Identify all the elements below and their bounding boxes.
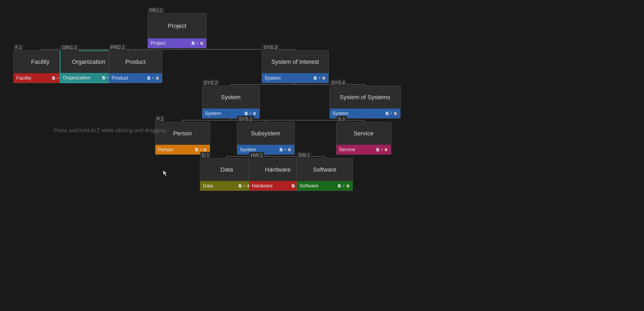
- node-s-1[interactable]: S.1ServiceService📄 ✔ 📋: [336, 122, 391, 155]
- node-footer-label: Service: [339, 147, 374, 153]
- node-footer: System📄 ✔ 📋: [237, 145, 294, 154]
- node-prd-1[interactable]: PRD.1ProductProduct📄 ✔ 📋: [109, 50, 162, 83]
- node-id-badge: ORG.1: [60, 45, 79, 51]
- node-p-1[interactable]: P.1PersonPerson📄 ✔ 📋: [155, 122, 210, 155]
- node-id-badge: HW.1: [249, 152, 264, 159]
- node-title: Product: [109, 51, 162, 73]
- node-footer-icons: 📄 ✔ 📋: [337, 184, 350, 188]
- node-sys-1[interactable]: SYS.1SubsystemSystem📄 ✔ 📋: [237, 122, 295, 155]
- node-footer-icons: 📄 ✔ 📋: [147, 76, 159, 80]
- node-id-badge: F.1: [14, 44, 23, 51]
- node-footer-label: System: [205, 111, 243, 116]
- node-sys-3[interactable]: SYS.3System of InterestSystem📄 ✔ 📋: [262, 50, 329, 83]
- node-id-badge: PRD.1: [109, 44, 126, 51]
- node-footer-icons: 📄 ✔ 📋: [385, 112, 398, 115]
- node-id-badge: S.1: [336, 116, 347, 123]
- node-id-badge: SYS.2: [202, 80, 219, 86]
- node-d-1[interactable]: D.1DataData📄 ✔ 📋: [200, 158, 254, 191]
- node-footer-label: Data: [203, 183, 236, 189]
- node-footer-label: System: [332, 111, 383, 116]
- node-title: Organization: [60, 51, 117, 73]
- node-footer-icons: 📄 ✔ 📋: [313, 76, 326, 80]
- node-title: Project: [148, 14, 206, 38]
- node-footer-label: Project: [151, 40, 189, 46]
- node-id-badge: SYS.1: [237, 116, 254, 123]
- node-footer-label: System: [265, 75, 312, 81]
- diagram-canvas[interactable]: PRJ.1ProjectProject📄 ✔ 📋F.1FacilityFacil…: [0, 0, 644, 311]
- node-footer: System📄 ✔ 📋: [262, 73, 328, 83]
- node-footer-icons: 📄 ✔ 📋: [191, 41, 204, 45]
- node-footer: Data📄 ✔ 📋: [200, 181, 253, 191]
- node-footer-icons: 📄 ✔ 📋: [195, 148, 207, 151]
- node-title: Service: [336, 122, 391, 145]
- node-title: Software: [297, 158, 353, 181]
- node-footer: Project📄 ✔ 📋: [148, 38, 206, 48]
- node-footer-label: Organization: [63, 75, 100, 81]
- node-footer-label: Software: [299, 183, 336, 189]
- node-title: System of Systems: [330, 86, 400, 109]
- node-sys-4[interactable]: SYS.4System of SystemsSystem📄 ✔ 📋: [330, 86, 401, 119]
- node-sys-2[interactable]: SYS.2SystemSystem📄 ✔ 📋: [202, 86, 260, 119]
- node-title: System of Interest: [262, 51, 328, 73]
- node-footer-label: Facility: [16, 75, 50, 81]
- node-footer-icons: 📄 ✔ 📋: [244, 112, 257, 115]
- node-footer-icons: 📄 ✔ 📋: [376, 148, 388, 151]
- node-title: Person: [155, 122, 210, 145]
- node-footer: Product📄 ✔ 📋: [109, 73, 162, 83]
- node-title: Subsystem: [237, 122, 294, 145]
- node-id-badge: P.1: [155, 116, 165, 123]
- node-id-badge: SW.1: [297, 152, 312, 159]
- node-id-badge: PRJ.1: [148, 7, 164, 14]
- node-footer: Facility📄 ✔ 📋: [14, 73, 67, 83]
- node-footer: Service📄 ✔ 📋: [336, 145, 391, 154]
- node-title: Data: [200, 158, 253, 181]
- node-footer-label: Person: [158, 147, 193, 153]
- node-footer-icons: 📄 ✔ 📋: [279, 148, 292, 151]
- node-id-badge: SYS.4: [330, 80, 347, 86]
- mouse-cursor: [163, 170, 167, 176]
- node-title: Facility: [14, 51, 67, 73]
- node-id-badge: D.1: [200, 152, 211, 159]
- hint-text: Press and hold ALT while clicking and dr…: [54, 127, 167, 134]
- node-footer-label: System: [240, 147, 277, 153]
- node-sw-1[interactable]: SW.1SoftwareSoftware📄 ✔ 📋: [297, 158, 353, 191]
- connection-lines: [0, 0, 644, 311]
- node-footer-label: Product: [112, 75, 145, 81]
- node-title: System: [202, 86, 259, 109]
- svg-marker-20: [163, 170, 167, 176]
- node-footer-label: Hardware: [252, 183, 290, 189]
- node-footer: Organization📄 ✔ 📋: [60, 73, 117, 83]
- node-f-1[interactable]: F.1FacilityFacility📄 ✔ 📋: [13, 50, 67, 83]
- node-footer: Software📄 ✔ 📋: [297, 181, 353, 191]
- node-id-badge: SYS.3: [262, 44, 279, 51]
- node-footer-icons: 📄 ✔ 📋: [238, 184, 251, 188]
- node-prj-1[interactable]: PRJ.1ProjectProject📄 ✔ 📋: [148, 13, 207, 48]
